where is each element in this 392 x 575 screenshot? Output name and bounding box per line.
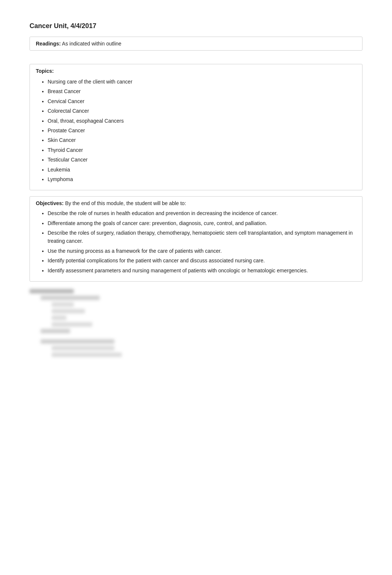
list-item: Nursing care of the client with cancer <box>48 78 356 86</box>
list-item: Colorectal Cancer <box>48 107 356 115</box>
objectives-section: Objectives: By the end of this module, t… <box>30 196 362 282</box>
list-item: Thyroid Cancer <box>48 146 356 154</box>
readings-label: Readings: <box>36 41 61 47</box>
list-item: Testicular Cancer <box>48 156 356 164</box>
list-item: Lymphoma <box>48 175 356 183</box>
readings-section: Readings: As indicated within outline <box>30 37 362 51</box>
objectives-intro: Objectives: By the end of this module, t… <box>36 200 356 206</box>
objectives-intro-text: By the end of this module, the student w… <box>65 200 186 206</box>
list-item: Use the nursing process as a framework f… <box>48 247 356 255</box>
blurred-content <box>30 289 362 357</box>
page-title: Cancer Unit, 4/4/2017 <box>30 22 362 30</box>
list-item: Differentiate among the goals of cancer … <box>48 219 356 227</box>
topics-list: Nursing care of the client with cancer B… <box>36 78 356 183</box>
objectives-label: Objectives: <box>36 200 63 206</box>
list-item: Describe the roles of surgery, radiation… <box>48 229 356 245</box>
readings-text: As indicated within outline <box>62 41 121 47</box>
list-item: Breast Cancer <box>48 87 356 95</box>
list-item: Describe the role of nurses in health ed… <box>48 209 356 217</box>
list-item: Identify potential complications for the… <box>48 256 356 265</box>
list-item: Prostate Cancer <box>48 126 356 135</box>
topics-section: Topics: Nursing care of the client with … <box>30 64 362 190</box>
list-item: Skin Cancer <box>48 136 356 144</box>
list-item: Leukemia <box>48 166 356 174</box>
list-item: Oral, throat, esophageal Cancers <box>48 117 356 125</box>
topics-label: Topics: <box>36 68 356 74</box>
list-item: Cervical Cancer <box>48 97 356 105</box>
list-item: Identify assessment parameters and nursi… <box>48 266 356 275</box>
objectives-list: Describe the role of nurses in health ed… <box>36 209 356 275</box>
